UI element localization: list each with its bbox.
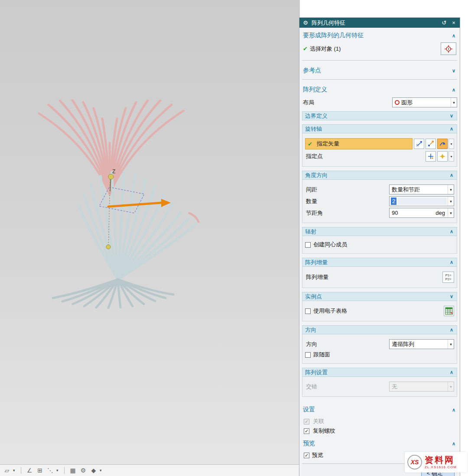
section-preview-header[interactable]: 预览 ∧ (302, 437, 457, 450)
rotation-axis-subgroup: 旋转轴 ∧ ✔ 指定矢量 X (302, 124, 457, 167)
spacing-row: 间距 数量和节距 ▾ (305, 185, 454, 194)
spacing-label: 间距 (305, 186, 389, 194)
point-dialog-button[interactable] (426, 151, 436, 162)
dropdown-arrow-icon: ▾ (448, 185, 454, 194)
preview-checkbox[interactable]: ✓ (304, 453, 309, 458)
concentric-checkbox[interactable] (305, 242, 311, 248)
pitch-angle-row: 节距角 90 deg ▾ (305, 208, 454, 218)
orientation-subgroup: 方向 ∧ 方向 遵循阵列 ▾ 跟随面 (302, 325, 457, 364)
boundary-subheader[interactable]: 边界定义 ∨ (302, 111, 457, 120)
specify-vector-label: 指定矢量 (317, 140, 339, 148)
pattern-tool-icon[interactable]: ▦ (68, 466, 77, 475)
specify-vector-field[interactable]: ✔ 指定矢量 (305, 138, 413, 149)
pitch-angle-input[interactable]: 90 deg ▾ (389, 208, 454, 218)
pitch-angle-label: 节距角 (305, 209, 389, 217)
auto-vector-button[interactable] (437, 139, 448, 149)
viewport-3d[interactable]: Z ▱ ▾ ∠ ⊞ ⋱ ▾ ▦ ⚙ ◆ ▾ (0, 0, 300, 476)
spacing-combo[interactable]: 数量和节距 ▾ (389, 185, 454, 194)
section-pattern-def-header[interactable]: 阵列定义 ∧ (302, 83, 457, 96)
grid-snap-icon[interactable]: ⊞ (36, 466, 44, 475)
increment-row: 阵列增量 P1= P2= (305, 272, 454, 283)
select-object-button[interactable] (441, 42, 456, 55)
chevron-up-icon: ∧ (450, 126, 454, 132)
section-geometry-title: 要形成阵列的几何特征 (303, 32, 364, 39)
spreadsheet-row: 使用电子表格 (305, 306, 454, 316)
angle-direction-subheader[interactable]: 角度方向 ∧ (302, 171, 457, 180)
dialog-titlebar[interactable]: ⚙ 阵列几何特征 ↺ × (299, 18, 460, 28)
layout-label: 布局 (302, 99, 392, 107)
spreadsheet-button[interactable] (444, 306, 454, 316)
reset-icon[interactable]: ↺ (441, 19, 448, 26)
radiate-title: 辐射 (305, 228, 316, 236)
direction-row: 方向 遵循阵列 ▾ (305, 339, 454, 349)
radiate-subgroup: 辐射 ∧ 创建同心成员 (302, 227, 457, 254)
snap-point-button[interactable] (437, 151, 448, 162)
gear-tool-icon[interactable]: ⚙ (79, 466, 88, 475)
vector-dialog-icon: X (416, 140, 422, 147)
chevron-up-icon: ∧ (450, 369, 454, 375)
spreadsheet-checkbox[interactable] (305, 308, 311, 314)
concentric-row[interactable]: 创建同心成员 (305, 241, 454, 249)
close-icon[interactable]: × (450, 19, 457, 26)
section-reference-header[interactable]: 参考点 ∨ (302, 64, 457, 77)
chevron-down-icon: ∨ (450, 294, 454, 299)
chevron-down-icon: ∨ (452, 68, 456, 74)
view-cube-icon[interactable]: ◆ (89, 466, 98, 475)
preview-label: 预览 (312, 451, 323, 459)
angle-snap-icon[interactable]: ∠ (25, 466, 34, 475)
follow-face-row[interactable]: 跟随面 (305, 351, 454, 359)
chevron-up-icon: ∧ (450, 229, 454, 234)
dialog-title: 阵列几何特征 (312, 19, 438, 27)
sketch-tool-dropdown-icon[interactable]: ▾ (13, 468, 17, 473)
vector-dialog-button[interactable]: X (414, 139, 424, 149)
p1-text: P1= (445, 273, 452, 277)
orientation-subheader[interactable]: 方向 ∧ (302, 325, 457, 334)
chevron-down-icon: ∨ (450, 113, 454, 119)
pattern-settings-subheader[interactable]: 阵列设置 ∧ (302, 368, 457, 377)
inferred-vector-button[interactable] (426, 139, 436, 149)
dropdown-arrow-icon[interactable]: ▾ (448, 197, 454, 206)
pink-fan-surface (39, 100, 198, 222)
stagger-row: 交错 无 ▾ (305, 382, 454, 392)
count-value-selected: 2 (391, 198, 396, 205)
copy-thread-row[interactable]: ✓ 复制螺纹 (302, 427, 457, 435)
sketch-tool-icon[interactable]: ▱ (3, 466, 11, 475)
pattern-geometry-dialog: ⚙ 阵列几何特征 ↺ × 要形成阵列的几何特征 ∧ ✔ 选择对象 (1) (299, 17, 460, 476)
section-pattern-def-title: 阵列定义 (303, 86, 327, 94)
dropdown-arrow-icon[interactable]: ▾ (448, 208, 454, 217)
vector-options-dropdown[interactable]: ▾ (448, 139, 454, 149)
dialog-gear-icon[interactable]: ⚙ (302, 19, 309, 26)
follow-face-checkbox[interactable] (305, 352, 311, 358)
section-settings-title: 设置 (303, 406, 315, 414)
snap-dropdown-icon[interactable]: ▾ (56, 468, 60, 473)
instance-points-subheader[interactable]: 实例点 ∨ (302, 292, 457, 301)
increment-subheader[interactable]: 阵列增量 ∧ (302, 258, 457, 267)
increment-subgroup: 阵列增量 ∧ 阵列增量 P1= P2= (302, 258, 457, 288)
point-options-dropdown[interactable]: ▾ (448, 151, 454, 162)
rotation-axis-subheader[interactable]: 旋转轴 ∧ (302, 124, 457, 133)
section-geometry-header[interactable]: 要形成阵列的几何特征 ∧ (302, 29, 457, 42)
bottom-fan-surface (53, 279, 173, 308)
watermark-brand: 资料网 (425, 455, 457, 465)
direction-combo[interactable]: 遵循阵列 ▾ (389, 339, 454, 349)
section-settings-header[interactable]: 设置 ∧ (302, 403, 457, 416)
point-snap-icon[interactable]: ⋱ (46, 466, 55, 475)
select-object-label: 选择对象 (1) (310, 45, 341, 53)
increment-title: 阵列增量 (305, 259, 328, 266)
copy-thread-checkbox[interactable]: ✓ (304, 428, 309, 434)
increment-editor-button[interactable]: P1= P2= (442, 272, 454, 283)
chevron-up-icon: ∧ (450, 327, 454, 333)
radiate-subheader[interactable]: 辐射 ∧ (302, 227, 457, 236)
instance-points-subgroup: 实例点 ∨ 使用电子表格 (302, 292, 457, 321)
check-icon: ✔ (303, 45, 308, 52)
increment-label: 阵列增量 (305, 273, 442, 281)
layout-combo[interactable]: 圆形 ▾ (392, 97, 457, 107)
boundary-title: 边界定义 (305, 112, 328, 120)
count-input[interactable]: 2 ▾ (389, 196, 454, 206)
view-dropdown-icon[interactable]: ▾ (100, 468, 104, 473)
p2-text: P2= (445, 277, 452, 281)
direction-label: 方向 (305, 340, 389, 348)
instance-points-title: 实例点 (305, 293, 322, 301)
stagger-combo: 无 ▾ (389, 382, 454, 392)
check-icon: ✔ (308, 141, 312, 147)
